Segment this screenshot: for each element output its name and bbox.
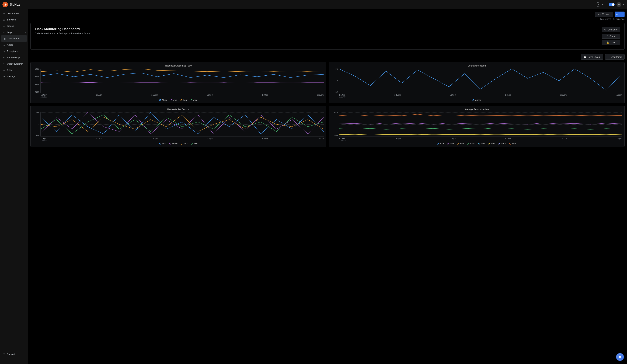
sidebar-item-label: Settings	[7, 75, 15, 78]
x-tick-label: 1:15pm	[96, 137, 103, 141]
sidebar-item-billing[interactable]: ▭ Billing	[0, 67, 28, 73]
sidebar-item-label: Get Started	[7, 12, 19, 15]
legend-item[interactable]: /two	[447, 143, 454, 145]
sidebar-item-label: Logs	[7, 31, 12, 34]
x-tick-label: 1:30pm	[560, 137, 567, 141]
panel-title: Average Response time	[330, 108, 623, 111]
help-icon[interactable]: ?	[596, 2, 600, 7]
legend-item[interactable]: /four	[509, 143, 516, 145]
legend-item[interactable]: errors	[472, 99, 481, 101]
y-tick-label: 4.50	[32, 112, 39, 114]
sidebar-item-label: Services	[7, 18, 16, 21]
user-menu-caret-icon[interactable]	[623, 4, 625, 5]
chart-panel: Request Duration [s] - p900.8000.6000.40…	[30, 62, 326, 103]
chart-area: 4.5043.501:10pm11/22/231:15pm1:20pm1:25p…	[32, 112, 325, 141]
save-layout-button[interactable]: 💾 Save Layout	[581, 54, 603, 60]
sidebar-item-get-started[interactable]: ⇗ Get Started	[0, 10, 28, 16]
button-label: Lock	[611, 41, 615, 44]
refresh-button[interactable]: ⟳	[615, 11, 620, 17]
legend-item[interactable]: /four	[437, 143, 444, 145]
x-date-label: 11/22/23	[339, 96, 346, 98]
legend-label: /one	[162, 143, 166, 145]
share-button[interactable]: ⇪ Share	[602, 34, 620, 39]
theme-toggle[interactable]: ☾	[609, 3, 615, 6]
avatar[interactable]: D	[617, 2, 621, 7]
x-tick-label: 1:10pm11/22/23	[339, 94, 346, 98]
legend-item[interactable]: /three	[169, 143, 177, 145]
y-tick-label: 1.50	[331, 112, 338, 114]
sidebar-item-services[interactable]: ≣ Services	[0, 16, 28, 23]
configure-button[interactable]: ⚙ Configure	[602, 27, 620, 32]
plot-area[interactable]	[41, 112, 324, 137]
x-tick-label: 1:15pm	[96, 94, 103, 98]
y-tick-label: 4	[32, 123, 39, 125]
x-tick-label: 1:20pm	[450, 137, 456, 141]
dashboard-title: Flask Monitoring Dashboard	[35, 27, 91, 31]
time-range-select[interactable]: Last 30 min	[595, 12, 613, 17]
add-panel-button[interactable]: ＋ Add Panel	[605, 54, 625, 60]
x-tick-label: 1:35pm	[317, 137, 324, 141]
legend-item[interactable]: /four	[180, 99, 187, 101]
x-tick-label: 1:20pm	[152, 94, 158, 98]
sidebar-item-traces[interactable]: ☰ Traces	[0, 23, 28, 29]
share-icon: ⇪	[606, 35, 608, 38]
legend-item[interactable]: /two	[478, 143, 485, 145]
plot-area[interactable]	[339, 112, 622, 137]
legend-swatch-icon	[467, 143, 469, 145]
legend-swatch-icon	[181, 143, 182, 145]
last-refresh-label: Last refresh - 34 mins ago	[30, 18, 625, 20]
legend-item[interactable]: /one	[191, 99, 198, 101]
brand-logo[interactable]	[2, 2, 8, 7]
x-tick-label: 1:10pm11/22/23	[339, 137, 346, 141]
help-menu-caret-icon[interactable]	[602, 4, 604, 5]
legend-item[interactable]: /two	[191, 143, 198, 145]
legend-item[interactable]: /one	[488, 143, 495, 145]
legend-label: /three	[162, 99, 167, 101]
x-tick-label: 1:20pm	[152, 137, 158, 141]
lock-icon: 🔒	[606, 41, 609, 44]
sidebar-item-logs[interactable]: ≡ Logs ›	[0, 29, 28, 35]
sidebar-item-exceptions[interactable]: ⚠ Exceptions	[0, 48, 28, 54]
legend-label: /two	[194, 143, 198, 145]
moon-icon: ☾	[610, 3, 611, 5]
dashboard-header-card: Flask Monitoring Dashboard Collects metr…	[30, 23, 625, 50]
sidebar-item-usage-explorer[interactable]: ⇡ Usage Explorer	[0, 60, 28, 67]
legend-item[interactable]: /one	[159, 143, 166, 145]
button-label: Add Panel	[611, 56, 622, 58]
plot-area[interactable]	[339, 69, 622, 93]
legend-item[interactable]: /two	[171, 99, 177, 101]
sidebar-collapse-button[interactable]: ‹	[0, 357, 28, 364]
refresh-interval-button[interactable]	[620, 11, 625, 17]
legend-label: /three	[501, 143, 506, 145]
y-tick-label: 20	[331, 68, 338, 70]
legend-item[interactable]: /one	[457, 143, 464, 145]
button-label: Save Layout	[588, 56, 600, 58]
refresh-icon: ⟳	[616, 13, 618, 16]
x-tick-label: 1:30pm	[262, 137, 268, 141]
sidebar-item-support[interactable]: ◌ Support	[0, 351, 28, 357]
sidebar-item-dashboards[interactable]: ◧ Dashboards	[1, 35, 27, 42]
bell-icon: △	[2, 43, 5, 46]
legend-item[interactable]: /three	[159, 99, 167, 101]
intercom-launcher[interactable]	[616, 353, 624, 361]
legend-swatch-icon	[509, 143, 511, 145]
legend-label: /two	[481, 143, 485, 145]
sidebar-item-label: Support	[7, 353, 15, 356]
sidebar-item-alerts[interactable]: △ Alerts	[0, 42, 28, 48]
x-axis: 1:10pm11/22/231:15pm1:20pm1:25pm1:30pm1:…	[339, 137, 622, 141]
legend-item[interactable]: /four	[181, 143, 188, 145]
main-content: Last 30 min ⟳ Last refresh - 34 mins ago…	[28, 9, 627, 364]
lock-button[interactable]: 🔒 Lock	[602, 40, 620, 45]
x-tick-label: 1:30pm	[262, 94, 268, 98]
legend-label: /four	[183, 99, 187, 101]
legend-label: /three	[470, 143, 475, 145]
y-tick-label: 0.200	[32, 91, 39, 93]
sidebar-item-settings[interactable]: ⚙ Settings	[0, 73, 28, 79]
sidebar-item-label: Usage Explorer	[7, 62, 23, 65]
plot-area[interactable]	[41, 69, 324, 93]
legend-swatch-icon	[447, 143, 449, 145]
legend-item[interactable]: /three	[498, 143, 506, 145]
sidebar-item-service-map[interactable]: ⚛ Service Map	[0, 54, 28, 60]
legend-item[interactable]: /three	[467, 143, 475, 145]
sidebar-item-label: Billing	[7, 69, 13, 71]
